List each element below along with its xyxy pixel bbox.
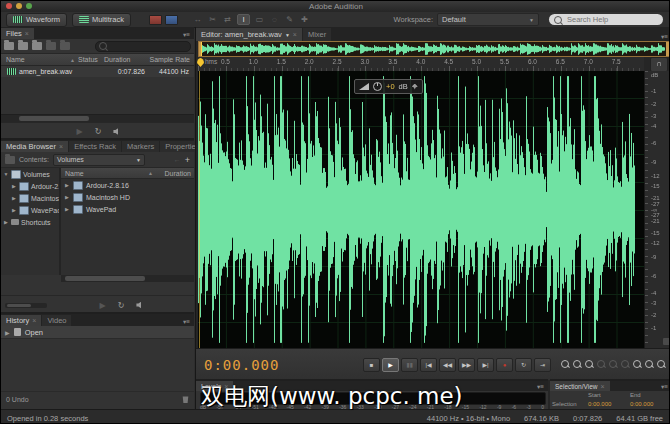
scale-grip-icon[interactable] — [663, 338, 670, 345]
fast-forward-button[interactable]: ▶▶ — [458, 358, 475, 372]
search-help-box[interactable] — [549, 14, 663, 25]
close-file-icon[interactable] — [60, 42, 70, 50]
chevron-down-icon[interactable]: ▼ — [285, 32, 290, 38]
selection-end-value[interactable]: 0:00.000 — [630, 401, 670, 407]
razor-tool[interactable]: ✂ — [207, 15, 218, 24]
tree-item-macintosh-hd[interactable]: ▶Macintosh HD — [1, 192, 59, 204]
tab-mixer[interactable]: Mixer — [303, 28, 331, 41]
workspace-select[interactable]: Default ▼ — [437, 13, 539, 26]
disclosure-triangle-icon[interactable]: ▶ — [3, 219, 9, 225]
insert-into-multitrack-icon[interactable] — [46, 42, 56, 50]
open-file-icon[interactable] — [4, 42, 14, 50]
waveform-canvas[interactable] — [198, 71, 644, 348]
zoom-selection-right-button[interactable] — [609, 360, 618, 369]
preview-loop-icon[interactable]: ↻ — [95, 127, 102, 136]
media-list-scrollbar[interactable] — [61, 275, 194, 282]
add-shortcut-icon[interactable]: + — [185, 155, 190, 165]
close-icon[interactable]: × — [601, 383, 605, 390]
tab-media-2[interactable]: Markers — [122, 141, 159, 152]
skip-selection-button[interactable]: ⇥ — [534, 358, 551, 372]
tab-editor[interactable]: Editor: amen_break.wav ▼ × — [196, 28, 302, 41]
history-item-open[interactable]: ▶ Open — [1, 326, 194, 339]
zoom-out-button[interactable] — [645, 360, 654, 369]
waveform-view-button[interactable]: Waveform — [6, 13, 67, 27]
tab-files[interactable]: Files × — [1, 28, 34, 39]
media-list-row[interactable]: ▶WavePad — [61, 203, 194, 215]
knob-icon[interactable] — [373, 82, 382, 91]
zoom-reset-button[interactable] — [585, 360, 594, 369]
search-help-input[interactable] — [565, 14, 654, 25]
file-row[interactable]: amen_break.wav 0:07.826 44100 Hz — [1, 66, 194, 77]
tab-history-1[interactable]: Video — [42, 315, 71, 326]
contents-select[interactable]: Volumes ▼ — [53, 154, 145, 166]
slip-tool[interactable]: ⇄ — [222, 15, 233, 24]
speaker-icon[interactable] — [136, 302, 141, 309]
time-selection-tool[interactable]: I — [237, 14, 250, 25]
media-list-row[interactable]: ▶Macintosh HD — [61, 191, 194, 203]
tab-media-1[interactable]: Effects Rack — [69, 141, 121, 152]
column-name[interactable]: Name — [1, 56, 70, 63]
tree-item-wavepad[interactable]: ▶WavePad — [1, 204, 59, 216]
media-list-row[interactable]: ▶Ardour-2.8.16 — [61, 179, 194, 191]
waveform-display[interactable]: +0 dB — [198, 71, 644, 348]
tree-item-volumes[interactable]: ▼Volumes — [1, 168, 59, 180]
range-handle-right[interactable] — [666, 42, 669, 56]
pause-button[interactable]: ▮▮ — [401, 358, 418, 372]
zoom-to-selection-button[interactable] — [621, 360, 630, 369]
tree-scrollbar[interactable] — [5, 303, 47, 308]
column-name[interactable]: Name — [61, 170, 148, 177]
zoom-in-button[interactable] — [633, 360, 642, 369]
paintbrush-selection-tool[interactable]: ✎ — [284, 15, 295, 24]
zoom-full-button[interactable] — [657, 360, 666, 369]
record-button[interactable]: ● — [496, 358, 513, 372]
disclosure-triangle-icon[interactable]: ▶ — [11, 183, 17, 189]
spot-healing-brush-tool[interactable]: ✚ — [299, 15, 310, 24]
tab-selection-view[interactable]: Selection/View × — [550, 381, 610, 391]
preview-play-icon[interactable]: ▶ — [77, 127, 83, 136]
zoom-in-point-button[interactable] — [561, 360, 570, 369]
disclosure-triangle-icon[interactable]: ▶ — [11, 207, 17, 213]
disclosure-triangle-icon[interactable]: ▶ — [64, 182, 70, 188]
preview-play-icon[interactable]: ▶ — [100, 301, 106, 310]
skip-to-start-button[interactable]: |◀ — [420, 358, 437, 372]
panel-menu-icon[interactable]: ▾≡ — [661, 383, 670, 391]
gain-hud[interactable]: +0 dB — [354, 79, 423, 94]
speaker-icon[interactable] — [113, 128, 118, 135]
overview-waveform[interactable] — [199, 42, 669, 56]
preview-loop-icon[interactable]: ↻ — [118, 301, 125, 310]
files-search-input[interactable] — [109, 42, 183, 51]
tree-item-shortcuts[interactable]: ▶Shortcuts — [1, 216, 59, 228]
close-icon[interactable]: × — [32, 317, 36, 324]
close-icon[interactable]: × — [59, 143, 63, 150]
stop-button[interactable]: ■ — [363, 358, 380, 372]
column-duration[interactable]: Duration — [153, 170, 194, 177]
loop-playback-button[interactable]: ↻ — [515, 358, 532, 372]
amplitude-scale[interactable]: dB-1-2-3-4-6-9-12-15-21-27-∞-27-21-15-12… — [644, 71, 670, 348]
column-status[interactable]: Status — [78, 56, 104, 63]
panel-menu-icon[interactable]: ▾≡ — [661, 33, 670, 41]
play-button[interactable]: ▶ — [382, 358, 399, 372]
back-icon[interactable]: ← — [174, 156, 181, 163]
files-list-body[interactable] — [1, 77, 194, 114]
media-browser-shortcut-icon[interactable] — [32, 42, 42, 50]
playhead-marker[interactable] — [197, 58, 204, 67]
skip-to-end-button[interactable]: ▶| — [477, 358, 494, 372]
close-icon[interactable]: × — [25, 30, 29, 37]
show-spectral-toggle-icon[interactable] — [165, 15, 178, 25]
zoom-selection-left-button[interactable] — [597, 360, 606, 369]
timeline-ruler[interactable]: hms 0.51.01.52.02.53.03.54.04.55.05.56.0… — [198, 57, 644, 72]
import-file-icon[interactable] — [18, 42, 28, 50]
close-icon[interactable]: × — [293, 31, 297, 38]
move-tool[interactable]: ↔ — [192, 15, 203, 24]
time-display[interactable]: 0:00.000 — [204, 357, 279, 373]
zoom-out-point-button[interactable] — [573, 360, 582, 369]
files-horizontal-scrollbar[interactable] — [1, 114, 194, 122]
lasso-selection-tool[interactable]: ◌ — [269, 15, 280, 24]
marquee-selection-tool[interactable]: ▭ — [254, 15, 265, 24]
selection-start-value[interactable]: 0:00.000 — [588, 401, 630, 407]
tree-toggle-icon[interactable] — [5, 156, 15, 164]
rewind-button[interactable]: ◀◀ — [439, 358, 456, 372]
show-waveform-toggle-icon[interactable] — [149, 15, 162, 25]
disclosure-triangle-icon[interactable]: ▶ — [11, 195, 17, 201]
disclosure-triangle-icon[interactable]: ▶ — [64, 194, 70, 200]
